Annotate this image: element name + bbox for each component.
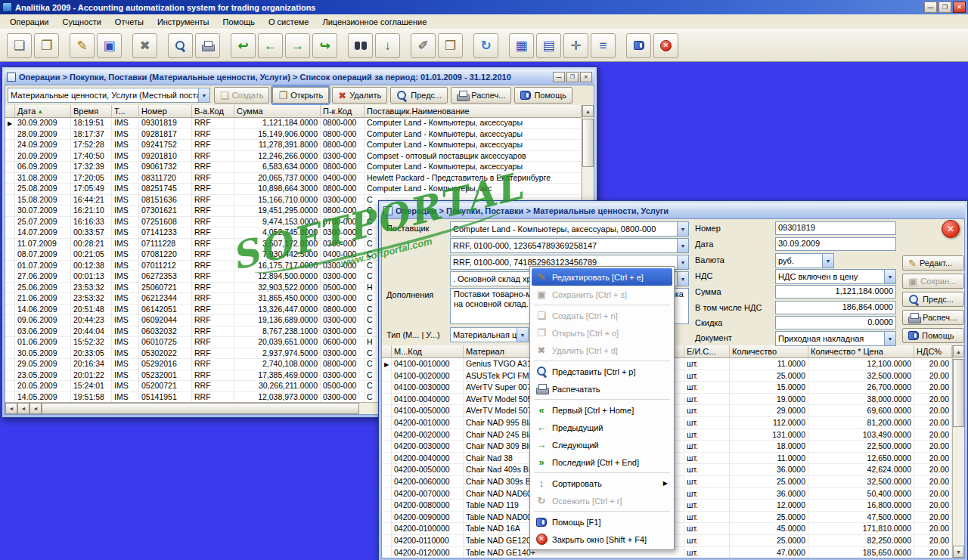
column-header[interactable]: НДС% — [914, 345, 952, 358]
settings-button[interactable]: ✛ — [563, 33, 588, 58]
save-button[interactable]: ▣ — [97, 33, 122, 58]
column-header[interactable]: Количество — [730, 345, 808, 358]
context-menu-item-sort[interactable]: ↕Сортировать▶ — [532, 475, 672, 492]
chevron-down-icon[interactable]: ▼ — [884, 332, 895, 345]
column-header[interactable]: В-а.Код — [192, 105, 234, 118]
new-document-button[interactable]: ❏ — [7, 33, 32, 58]
help-book-button[interactable] — [626, 33, 651, 58]
next-button[interactable]: → — [285, 33, 310, 58]
chevron-down-icon[interactable]: ▼ — [677, 239, 688, 252]
previous-button[interactable]: ← — [258, 33, 283, 58]
refresh-button[interactable]: ↻ — [473, 33, 498, 58]
open-button[interactable]: ❐Открыть — [272, 87, 329, 104]
scroll-down-icon[interactable]: ▼ — [953, 546, 964, 558]
context-menu-item-next[interactable]: →Следующий — [532, 436, 672, 453]
context-menu-item-close-window[interactable]: Закрыть окно [Shift + F4] — [532, 531, 672, 548]
menu-item-7[interactable]: Лицензионное соглашение — [315, 16, 433, 28]
chevron-down-icon[interactable]: ▼ — [884, 270, 895, 283]
column-header[interactable]: Время — [71, 105, 112, 118]
operation-row[interactable]: ▶30.09.200918:19:51IMS09301819RRF1,121,1… — [5, 118, 582, 129]
detail-close-button[interactable] — [942, 220, 960, 238]
print-button[interactable] — [195, 33, 220, 58]
menu-item-5[interactable]: Помощь — [216, 16, 262, 28]
scroll-left-icon[interactable]: ◄ — [5, 403, 17, 414]
preview-button[interactable]: Предс... — [902, 292, 964, 307]
table-view-button[interactable]: ▦ — [509, 33, 534, 58]
child-minimize-button[interactable]: — — [553, 72, 565, 82]
menu-item-2[interactable]: Сущности — [55, 16, 107, 28]
discount-field[interactable]: 0.0000 — [775, 316, 896, 330]
operation-row[interactable]: 24.09.200917:52:28IMS09241752RRF11,278,3… — [5, 140, 582, 151]
vertical-scrollbar[interactable]: ▲ ▼ — [952, 345, 964, 558]
context-menu-item-edit[interactable]: ✎Редактировать [Ctrl + e] — [532, 268, 672, 286]
delete-button[interactable]: ✖ — [132, 33, 157, 58]
menu-item-6[interactable]: О системе — [262, 16, 315, 28]
operation-row[interactable]: 06.09.200917:32:39IMS09061732RRF6,583,63… — [5, 162, 582, 173]
menu-item-3[interactable]: Отчеты — [108, 16, 150, 28]
menu-item-1[interactable]: Операции — [3, 16, 55, 28]
vat-mode-combo[interactable]: НДС включен в цену ▼ — [775, 269, 896, 284]
number-field[interactable]: 09301819 — [775, 221, 896, 235]
vat-sum-field[interactable]: 186,864.0000 — [775, 301, 896, 314]
operation-row[interactable]: 25.08.200917:05:49IMS08251745RRF10,898,6… — [5, 184, 582, 195]
edit-document-button[interactable]: ✎ — [70, 33, 95, 58]
scrollbar-thumb[interactable] — [42, 403, 359, 414]
create-button[interactable]: ❏Создать — [214, 87, 269, 104]
save-button[interactable]: ▣Сохран... — [902, 274, 964, 289]
table-grid-button[interactable]: ▤ — [536, 33, 561, 58]
context-menu-item-previous[interactable]: ←Предыдущий — [532, 419, 672, 436]
currency-combo[interactable]: руб. ▼ — [775, 253, 834, 268]
preview-button[interactable]: Предс... — [390, 87, 448, 104]
date-field[interactable]: 30.09.2009 — [775, 237, 896, 251]
download-button[interactable]: ↓ — [375, 33, 400, 58]
exit-button[interactable] — [653, 33, 678, 58]
type-combo[interactable]: Материальная ценность ▼ — [450, 327, 529, 342]
supplier-combo[interactable]: Computer Land - Компьютеры, аксессуары, … — [450, 221, 689, 237]
undo-button[interactable]: ↩ — [231, 33, 256, 58]
context-menu-item-open[interactable]: ❐Открыть [Ctrl + o] — [532, 324, 672, 342]
operation-row[interactable]: 31.08.200917:20:05IMS08311720RRF20,065,7… — [5, 173, 582, 184]
scrollbar-thumb[interactable] — [582, 119, 594, 167]
chevron-down-icon[interactable]: ▼ — [677, 222, 688, 236]
redo-button[interactable]: ↪ — [312, 33, 337, 58]
operation-type-combo[interactable]: Материальные ценности, Услуги (Местный п… — [8, 88, 210, 103]
help-button[interactable]: Помощь — [514, 87, 572, 104]
search-button[interactable] — [168, 33, 193, 58]
column-header[interactable]: Дата▲ — [15, 105, 71, 118]
open-document-button[interactable]: ❐ — [34, 33, 59, 58]
context-menu-item-first[interactable]: «Первый [Ctrl + Home] — [532, 401, 672, 419]
context-menu-item-delete[interactable]: ✖Удалить [Ctrl + d] — [532, 342, 672, 359]
delete-button[interactable]: ✖Удалить — [332, 87, 387, 104]
sum-field[interactable]: 1,121,184.0000 — [775, 285, 896, 299]
scroll-left-icon[interactable]: ◄ — [29, 403, 42, 414]
context-menu-item-save[interactable]: ▣Сохранить [Ctrl + s] — [532, 286, 672, 303]
help-button[interactable]: Помощь — [902, 328, 964, 343]
print-button[interactable]: Распеч... — [451, 87, 511, 104]
operation-row[interactable]: 28.09.200918:17:37IMS09281817RRF15,149,9… — [5, 129, 582, 141]
sign-button[interactable]: ✐ — [411, 33, 436, 58]
print-button[interactable]: Распеч... — [902, 310, 964, 325]
account-combo-1[interactable]: RRF, 0100-000, 123654789369258147 ▼ — [450, 238, 689, 253]
chevron-down-icon[interactable]: ▼ — [677, 255, 688, 269]
paste-button[interactable]: ❒ — [438, 33, 463, 58]
minimize-button[interactable]: — — [924, 2, 937, 13]
column-header[interactable]: Номер — [139, 105, 192, 118]
column-header[interactable]: Поставщик.Наименование — [365, 105, 582, 118]
operation-row[interactable]: 20.09.200917:40:50IMS09201810RRF12,246,2… — [5, 151, 582, 162]
context-menu-item-create[interactable]: ❏Создать [Ctrl + n] — [532, 307, 672, 324]
edit-button[interactable]: ✎Редакт... — [902, 255, 964, 271]
context-menu-item-preview[interactable]: Представить [Ctrl + p] — [532, 363, 672, 380]
column-header[interactable]: М...Код — [392, 345, 464, 358]
context-menu-item-last[interactable]: »Последний [Ctrl + End] — [532, 453, 672, 471]
child-maximize-button[interactable]: ❐ — [566, 72, 579, 82]
column-header[interactable]: П-к.Код — [321, 105, 365, 118]
column-header[interactable]: Т... — [112, 105, 139, 118]
chevron-down-icon[interactable]: ▼ — [822, 254, 833, 268]
scroll-left-icon[interactable]: ◄ — [17, 403, 29, 414]
menu-item-4[interactable]: Инструменты — [150, 16, 216, 28]
column-header[interactable]: Сумма — [234, 105, 321, 118]
scroll-up-icon[interactable]: ▲ — [582, 105, 594, 117]
close-button[interactable]: ✕ — [953, 2, 966, 13]
maximize-button[interactable]: ❐ — [939, 2, 951, 13]
database-button[interactable]: ≡ — [591, 33, 616, 58]
